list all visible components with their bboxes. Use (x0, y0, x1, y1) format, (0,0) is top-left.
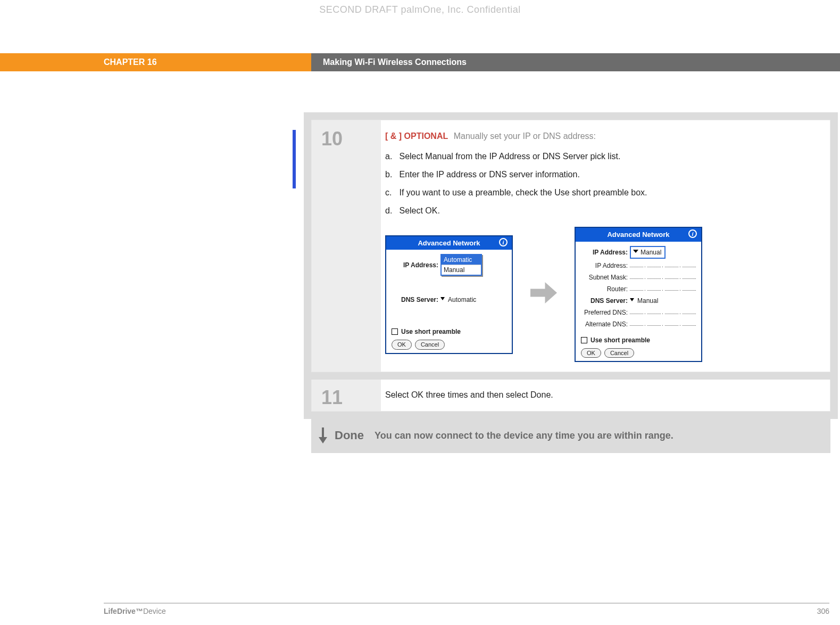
preferred-dns-input[interactable]: ... (630, 309, 696, 316)
optional-tag: [ & ] OPTIONAL (385, 131, 448, 141)
picklist-option-manual[interactable]: Manual (442, 265, 481, 275)
preamble-row: Use short preamble (581, 335, 696, 345)
preamble-checkbox[interactable] (392, 328, 398, 335)
dns-server-label: DNS Server: (581, 296, 630, 306)
footer-brand-bold: LifeDrive™ (104, 607, 143, 615)
ok-button[interactable]: OK (392, 340, 412, 350)
preamble-row: Use short preamble (392, 327, 506, 336)
step-10-number: 10 (312, 120, 381, 372)
step-10-card: 10 [ & ] OPTIONAL Manually set your IP o… (311, 120, 830, 372)
ip-addr-field-label: IP Address: (581, 261, 630, 270)
chevron-down-icon (440, 297, 445, 300)
router-input[interactable]: ... (630, 285, 696, 293)
alternate-dns-input[interactable]: ... (630, 320, 696, 328)
watermark-text: SECOND DRAFT palmOne, Inc. Confidential (0, 4, 840, 15)
substep-d-text: Select OK. (399, 206, 439, 215)
ip-address-picklist[interactable]: Manual (630, 246, 666, 259)
preferred-dns-row: Preferred DNS: ... (581, 308, 696, 317)
page-number: 306 (817, 607, 829, 615)
preferred-dns-label: Preferred DNS: (581, 308, 630, 317)
dns-server-value: Manual (637, 297, 658, 305)
ip-address-row: IP Address: Manual (581, 246, 696, 259)
info-icon: i (499, 238, 508, 246)
chapter-header: CHAPTER 16 Making Wi-Fi Wireless Connect… (0, 53, 840, 71)
router-label: Router: (581, 284, 630, 294)
substep-b: b. Enter the IP address or DNS server in… (385, 168, 820, 181)
screenshot-advanced-network-manual: Advanced Network i IP Address: Manual (575, 227, 702, 362)
substep-b-text: Enter the IP address or DNS server infor… (399, 170, 579, 179)
substep-c-letter: c. (385, 186, 397, 199)
substep-a-text: Select Manual from the IP Address or DNS… (399, 152, 620, 161)
subnet-row: Subnet Mask: ... (581, 273, 696, 282)
screenshot-row: Advanced Network i IP Address: Automatic… (385, 227, 820, 362)
chevron-down-icon (630, 298, 634, 301)
arrow-down-icon (317, 427, 329, 443)
preamble-checkbox[interactable] (581, 337, 587, 343)
alternate-dns-label: Alternate DNS: (581, 319, 630, 329)
alternate-dns-row: Alternate DNS: ... (581, 319, 696, 329)
preamble-label: Use short preamble (401, 327, 461, 336)
done-bar: Done You can now connect to the device a… (311, 418, 830, 453)
substep-d-letter: d. (385, 204, 397, 217)
step-10-body: [ & ] OPTIONAL Manually set your IP or D… (381, 120, 830, 372)
cancel-button[interactable]: Cancel (604, 348, 634, 358)
dns-server-picklist[interactable]: Automatic (440, 295, 476, 305)
substep-b-letter: b. (385, 168, 397, 181)
arrow-right-icon (528, 277, 560, 312)
dns-server-row: DNS Server: Automatic (392, 295, 506, 305)
footer-brand-rest: Device (143, 607, 166, 615)
screenshot-titlebar: Advanced Network i (576, 228, 701, 242)
step-11-body: Select OK three times and then select Do… (381, 379, 830, 411)
dns-server-picklist[interactable]: Manual (630, 296, 658, 306)
dns-server-label: DNS Server: (392, 295, 440, 305)
step-10-heading: [ & ] OPTIONAL Manually set your IP or D… (385, 130, 820, 143)
step-11-card: 11 Select OK three times and then select… (311, 379, 830, 412)
footer-brand: LifeDrive™Device (104, 607, 166, 615)
dns-server-row: DNS Server: Manual (581, 296, 696, 306)
subnet-label: Subnet Mask: (581, 273, 630, 282)
continuation-mark-icon (293, 130, 296, 188)
ip-address-picklist-open[interactable]: Automatic Manual (440, 254, 482, 276)
ip-addr-field-row: IP Address: ... (581, 261, 696, 270)
screenshot-titlebar: Advanced Network i (386, 236, 512, 250)
chapter-title: Making Wi-Fi Wireless Connections (311, 53, 840, 71)
screenshot-button-row: OK Cancel (581, 348, 696, 358)
step-11-text: Select OK three times and then select Do… (385, 390, 553, 399)
content-area: 10 [ & ] OPTIONAL Manually set your IP o… (311, 120, 830, 453)
done-label: Done (335, 429, 364, 442)
ip-address-label: IP Address: (392, 260, 440, 270)
step-10-substeps: a. Select Manual from the IP Address or … (385, 150, 820, 217)
done-icon-group: Done (317, 427, 364, 443)
substep-d: d. Select OK. (385, 204, 820, 217)
ip-address-value: Manual (641, 249, 661, 256)
ip-address-row: IP Address: Automatic Manual (392, 254, 506, 276)
subnet-input[interactable]: ... (630, 274, 696, 281)
chapter-label: CHAPTER 16 (0, 53, 311, 71)
substep-a-letter: a. (385, 150, 397, 163)
screenshot-advanced-network-auto: Advanced Network i IP Address: Automatic… (385, 235, 513, 354)
step-11-number: 11 (312, 379, 381, 411)
chevron-down-icon (633, 250, 638, 253)
screenshot-title: Advanced Network (418, 239, 480, 247)
screenshot-body: IP Address: Manual IP Address: ... Subne… (576, 242, 701, 361)
cancel-button[interactable]: Cancel (415, 340, 445, 350)
preamble-label: Use short preamble (591, 335, 650, 345)
optional-lead-text: Manually set your IP or DNS address: (454, 131, 596, 141)
done-text: You can now connect to the device any ti… (375, 430, 821, 441)
ip-address-label: IP Address: (581, 248, 630, 257)
dns-server-value: Automatic (448, 296, 476, 303)
picklist-option-automatic[interactable]: Automatic (442, 255, 481, 265)
info-icon: i (688, 229, 697, 238)
screenshot-body: IP Address: Automatic Manual DNS Server: (386, 250, 512, 353)
substep-c-text: If you want to use a preamble, check the… (399, 188, 647, 197)
router-row: Router: ... (581, 284, 696, 294)
screenshot-button-row: OK Cancel (392, 340, 506, 350)
page-footer: LifeDrive™Device 306 (104, 603, 829, 615)
ok-button[interactable]: OK (581, 348, 601, 358)
substep-a: a. Select Manual from the IP Address or … (385, 150, 820, 163)
screenshot-title: Advanced Network (607, 231, 669, 239)
ip-addr-input[interactable]: ... (630, 262, 696, 269)
substep-c: c. If you want to use a preamble, check … (385, 186, 820, 199)
